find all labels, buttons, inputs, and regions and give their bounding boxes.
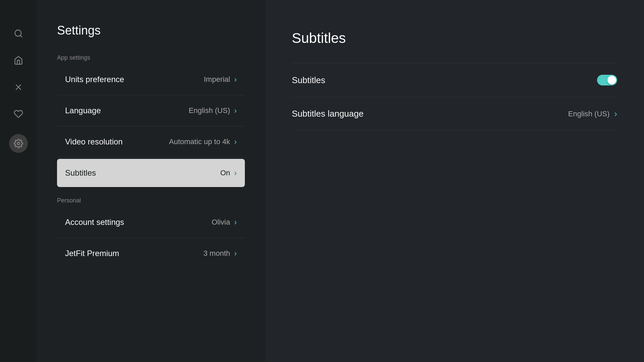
sidebar-item-search[interactable] — [12, 27, 25, 40]
subtitles-toggle-right — [597, 75, 617, 85]
personal-settings-list: Account settings Olivia › JetFit Premium… — [57, 208, 245, 267]
right-panel-title: Subtitles — [292, 30, 617, 46]
app-settings-list: Units preference Imperial › Language Eng… — [57, 65, 245, 187]
units-preference-item[interactable]: Units preference Imperial › — [57, 65, 245, 94]
svg-point-4 — [17, 142, 20, 145]
sidebar-item-favorites[interactable] — [12, 107, 25, 121]
sidebar — [0, 0, 37, 362]
toggle-thumb — [607, 76, 616, 84]
subtitles-language-item[interactable]: Subtitles language English (US) › — [292, 97, 617, 131]
subtitles-language-value: English (US) — [568, 110, 609, 118]
divider-4 — [57, 238, 245, 238]
account-settings-chevron-icon: › — [234, 218, 237, 227]
units-preference-chevron-icon: › — [234, 75, 237, 84]
personal-label: Personal — [57, 197, 245, 204]
app-settings-label: App settings — [57, 54, 245, 61]
sidebar-item-home[interactable] — [12, 54, 25, 67]
video-resolution-item[interactable]: Video resolution Automatic up to 4k › — [57, 128, 245, 156]
divider-1 — [57, 95, 245, 95]
subtitles-right: On › — [220, 168, 237, 178]
subtitles-language-chevron-icon: › — [614, 109, 617, 119]
video-resolution-right: Automatic up to 4k › — [169, 137, 237, 146]
svg-line-1 — [20, 35, 22, 37]
jetfit-premium-chevron-icon: › — [234, 249, 237, 258]
jetfit-premium-right: 3 month › — [204, 249, 237, 258]
page-title: Settings — [57, 23, 245, 38]
left-panel: Settings App settings Units preference I… — [37, 0, 265, 362]
jetfit-premium-item[interactable]: JetFit Premium 3 month › — [57, 239, 245, 267]
account-settings-right: Olivia › — [212, 218, 237, 227]
language-chevron-icon: › — [234, 106, 237, 115]
language-item[interactable]: Language English (US) › — [57, 97, 245, 125]
subtitles-toggle-item[interactable]: Subtitles — [292, 63, 617, 97]
subtitles-label: Subtitles — [65, 168, 96, 178]
subtitles-chevron-icon: › — [234, 168, 237, 178]
right-panel: Subtitles Subtitles Subtitles language E… — [265, 0, 644, 362]
video-resolution-value: Automatic up to 4k — [169, 137, 230, 146]
units-preference-value: Imperial — [204, 75, 230, 84]
account-settings-item[interactable]: Account settings Olivia › — [57, 208, 245, 236]
account-settings-label: Account settings — [65, 218, 124, 227]
language-label: Language — [65, 106, 101, 115]
toggle-track — [597, 75, 617, 85]
units-preference-label: Units preference — [65, 75, 124, 84]
subtitles-language-label: Subtitles language — [292, 109, 364, 119]
subtitles-toggle[interactable] — [597, 75, 617, 85]
subtitles-value: On — [220, 169, 230, 177]
video-resolution-chevron-icon: › — [234, 137, 237, 146]
personal-section: Personal Account settings Olivia › JetFi… — [57, 197, 245, 267]
jetfit-premium-value: 3 month — [204, 249, 230, 258]
language-value: English (US) — [189, 106, 230, 115]
divider-3 — [57, 157, 245, 158]
sidebar-item-settings[interactable] — [9, 134, 28, 153]
subtitles-toggle-label: Subtitles — [292, 75, 325, 85]
video-resolution-label: Video resolution — [65, 137, 123, 146]
language-right: English (US) › — [189, 106, 237, 115]
sidebar-item-tools[interactable] — [12, 80, 25, 94]
divider-2 — [57, 126, 245, 126]
jetfit-premium-label: JetFit Premium — [65, 249, 119, 258]
right-settings-list: Subtitles Subtitles language English (US… — [292, 63, 617, 131]
account-settings-value: Olivia — [212, 218, 230, 227]
subtitles-language-right: English (US) › — [568, 109, 617, 119]
app-settings-section: App settings Units preference Imperial ›… — [57, 54, 245, 187]
subtitles-item[interactable]: Subtitles On › — [57, 159, 245, 187]
units-preference-right: Imperial › — [204, 75, 237, 84]
